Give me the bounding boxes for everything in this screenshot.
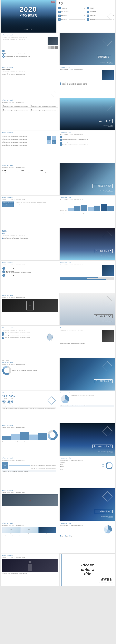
- swot-boxes: S W O T: [47, 134, 56, 146]
- body-11a: 请在此输入您的文本，合理化表达，解释和说明具体的内容: [2, 364, 58, 365]
- donut-13a: [48, 429, 58, 441]
- content-title-4a: Please enter a title: [2, 132, 56, 133]
- body-11a-2: Please type your text here, rationalize …: [12, 370, 58, 371]
- slide-mini-3: 一 slide 03: [38, 527, 56, 534]
- body-2b-left: 请在此输入您的文本，合理化表达，解释和说明具体的内容: [60, 69, 101, 80]
- body-15a-2: Please type your text here, rationalize …: [2, 506, 58, 508]
- section-diamond-4: [102, 231, 113, 241]
- slide-content-17a: Please enter a title 请在此输入您的文本，合理化表达，解释和…: [0, 554, 59, 586]
- content-title-2a: Please enter a title: [2, 67, 56, 68]
- content-title-8a: Please enter a title: [2, 262, 56, 264]
- section-number-5: 五、 场址条件分析: [94, 314, 113, 318]
- section-subtitle-5: Site Conditions Analysis PART FIVE: [102, 320, 113, 322]
- body-12a: Please type your text here, rationalize …: [2, 406, 46, 406]
- body-6b: 请在此输入您的文本，合理化表达，解释和说明具体的内容: [60, 199, 114, 200]
- slide-section-5: 五、 场址条件分析 Site Conditions Analysis PART …: [60, 293, 116, 326]
- body-6a: 请在此输入您的文本，合理化表达，解释和说明具体的内容: [2, 199, 56, 200]
- content-title-11a: Please enter a title: [2, 362, 58, 363]
- content-title-6b: Please enter a title: [60, 197, 114, 198]
- section-diamond-7: [102, 426, 113, 436]
- toc-title: 目录: [58, 2, 114, 5]
- body-14a: 请在此输入您的文本，合理化表达，解释和说明具体的内容: [2, 460, 56, 461]
- icon-deco-12a: [47, 398, 56, 404]
- slide-section-1: 项目策划背景 Project planning background PART …: [60, 33, 116, 65]
- body-16a-2: Please type your text here, rationalize …: [2, 534, 56, 536]
- watermark: 演界网: [51, 1, 55, 3]
- body-10b-left: 请在此输入您的文本，合理化表达，解释和说明具体的内容: [60, 330, 101, 342]
- step-row-1: Please type your text here → Please type…: [2, 202, 56, 203]
- thanks-chinese: 谢谢聆听: [101, 577, 112, 581]
- body-7a: 请在此输入您的文本，合理化表达，解释和说明具体的内容: [2, 234, 58, 236]
- thanks-subtitle: THANK YOU FOR LISTENING: [99, 582, 113, 584]
- content-title-1a: Please enter a title: [2, 34, 58, 36]
- slide-content-5a: Please enter a title 请在此输入您的文本，合理化表达，解释和…: [0, 163, 59, 195]
- cover-title: XX旅游项目策划: [20, 14, 37, 17]
- body-text-1a: Please type your text here, rationalize …: [2, 36, 47, 38]
- body-17a: 请在此输入您的文本，合理化表达，解释和说明具体的内容: [2, 557, 58, 558]
- slide-content-14b: Please enter a title 请在此输入您的文本，合理化表达，解释和…: [58, 456, 116, 488]
- slide-content-14a: Please enter a title 请在此输入您的文本，合理化表达，解释和…: [0, 456, 58, 488]
- feature-7a-2: Please type your text here, rationalize …: [2, 238, 58, 239]
- pest-p: P Please type your text here, rationaliz…: [60, 136, 114, 138]
- body-13a: 请在此输入您的文本，合理化表达，解释和说明具体的内容: [2, 427, 58, 428]
- section-subtitle-6: Environmental Impact Assessment PART SIX: [98, 386, 113, 388]
- swot-w: W (Weaknesses): [2, 138, 46, 138]
- slide-content-2a: Please enter a title Foreign experience …: [0, 65, 58, 98]
- slide-content-8b: Please enter a title 请在此输入您的文本，合理化表达，解释和…: [58, 260, 116, 293]
- pest-t: T Please type your text here, rationaliz…: [60, 144, 114, 146]
- slide-section-7: 七、 项目总投资估算 Total Project Investment Esti…: [60, 423, 116, 456]
- swot-o: O (Opportunities): [2, 141, 46, 142]
- col-5a-1: 01 标题 Please type your text here, ration…: [2, 169, 20, 173]
- slide-mini-1: 封面 slide 01: [2, 527, 20, 534]
- note-14a: Please type your text here, rationalize …: [2, 470, 56, 472]
- section-title-1: Project planning background PART ONE: [100, 62, 113, 64]
- section-subtitle-7: Total Project Investment Estimate PART S…: [98, 451, 113, 453]
- section-subtitle-8: Financial Forecast Evaluation PART EIGHT: [100, 516, 113, 518]
- step-row-2: Please type your text here → Please type…: [2, 204, 56, 205]
- feature-box-2: 02 Please type your text here, rationali…: [30, 104, 58, 108]
- feature-box-3: 03 Please type your text here, rationali…: [2, 108, 30, 112]
- content-title-14a: Please enter a title: [2, 457, 56, 459]
- content-title-12a: Please enter a title: [2, 392, 56, 394]
- bar-chart-1: [68, 202, 114, 211]
- body-16b-left: 请在此输入您的文本，合理化表达，解释和说明具体的内容: [60, 525, 103, 535]
- col-5a-3: 03 标题 Please type your text here, ration…: [40, 169, 58, 173]
- slide-content-1a: Please enter a title Please type your te…: [0, 33, 59, 65]
- env-item-1: Please type your text here, rationalize …: [2, 407, 29, 409]
- slide-content-11a: 请输入文字内容 Please enter a title 请在此输入您的文本，合…: [0, 358, 59, 390]
- feature-box-1: 01 Please type your text here, rationali…: [2, 104, 30, 108]
- toc-item-7: 七 项目总投资估算 27: [58, 18, 85, 21]
- slide-content-10b: Please enter a title 请在此输入您的文本，合理化表达，解释和…: [58, 326, 116, 358]
- section-diamond-6: [102, 361, 113, 372]
- stat-3: 5% 环比: [2, 400, 6, 405]
- cover-year: 2020: [20, 6, 37, 13]
- investment-step-1: 阶段一 Please type your text here, rational…: [2, 462, 56, 464]
- content-title-17a: Please enter a title: [2, 555, 58, 556]
- content-title-16b: Please enter a title: [60, 522, 114, 524]
- content-title-5a: Please enter a title: [2, 164, 58, 166]
- body-10a: 请在此输入您的文本，合理化表达，解释和说明具体的内容: [2, 330, 56, 331]
- list-item-3: Please type your text here, rationalize …: [60, 84, 114, 85]
- slide-content-12a: Please enter a title 12% 增长率 37% 占比 5%: [0, 391, 58, 423]
- slide-section-3: 三、 市场分析与预测 Market Analysis and Forecast …: [60, 163, 116, 195]
- slide-content-2b: Please enter a title 请在此输入您的文本，合理化表达，解释和…: [58, 65, 116, 98]
- list-item-2: Please type your text here, rationalize …: [60, 83, 114, 84]
- slide-content-15a: Please enter a title 请在此输入您的文本，合理化表达，解释和…: [0, 488, 59, 521]
- slide-cover: 演界网 2020 XX旅游项目策划 主讲人：XXX: [0, 0, 56, 32]
- slide-section-6: 六、 环境影响评价 Environmental Impact Assessmen…: [60, 358, 116, 390]
- investment-step-2: 阶段二 Please type your text here, rational…: [2, 464, 56, 467]
- slide-section-4: 四、 商业模式评价 Business Model Evaluation PART…: [60, 228, 116, 260]
- feature-item-3: ✦ Please type your text here, rationaliz…: [2, 55, 58, 58]
- body-10b-2: Please type your text here, rationalize …: [60, 343, 114, 344]
- toc-item-2: 二 环境分析 07: [87, 7, 114, 9]
- body-17a-2: Please type your text here, rationalize …: [2, 573, 58, 574]
- thanks-accent-bar: [61, 554, 62, 586]
- circular-chart-14b: [105, 462, 114, 470]
- toc-item-4: 四 商业模式评价 15: [87, 11, 114, 13]
- section-diamond-5: [102, 296, 113, 306]
- pie-chart-12b: [60, 394, 70, 404]
- site-item-3: 3 Please type your text here, rationaliz…: [2, 336, 44, 339]
- body-15a: 请在此输入您的文本，合理化表达，解释和说明具体的内容: [2, 492, 58, 494]
- feature-item-1: ✦ Please type your text here, rationaliz…: [2, 50, 58, 52]
- body-foreign: 请在此输入您的文本，合理化表达，解释和说明具体的内容: [2, 70, 56, 72]
